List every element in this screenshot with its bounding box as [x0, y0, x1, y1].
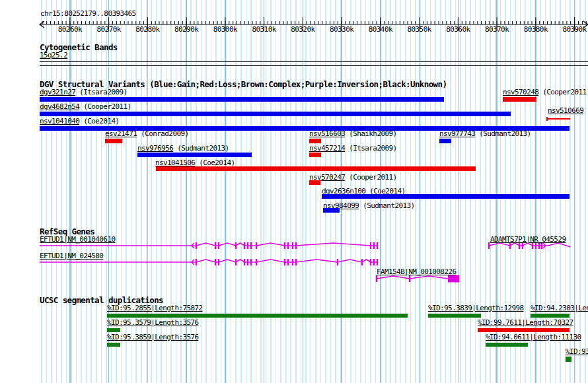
ruler-tick-label: 80330k — [330, 26, 353, 34]
ruler-tick-label: 80350k — [408, 26, 431, 34]
segdup-label[interactable]: %ID:95.3839|Length:12998 — [428, 304, 524, 312]
variant-source: (Cooper2011) — [538, 88, 588, 96]
ruler-tick-label: 80290k — [174, 26, 198, 34]
ruler-tick-label: 80390k — [563, 26, 587, 34]
variant-source: (Itsara2009) — [75, 88, 127, 96]
position-title: chr15:80252179..80393465 — [40, 10, 136, 18]
genome-browser-view: chr15:80252179..80393465 80260k80270k802… — [0, 0, 588, 383]
segdup-label[interactable]: %ID:95.3579|Length:3576 — [107, 319, 199, 327]
variant-label[interactable]: dgv321n27 (Itsara2009) — [40, 88, 128, 96]
ruler-tick-label: 80320k — [291, 26, 314, 34]
segdup-label[interactable]: %ID:95.2855|Length:75872 — [107, 304, 203, 312]
variant-bar[interactable] — [137, 153, 252, 157]
variant-source: (Sudmant2013) — [173, 144, 229, 153]
segdup-label[interactable]: %ID:94.0611|Length:11130 — [486, 333, 581, 341]
variant-id-link[interactable]: nsv516603 — [309, 129, 345, 138]
variant-bar[interactable] — [503, 97, 536, 102]
variant-source: (Itsara2009) — [345, 144, 396, 153]
ruler-tick-label: 80280k — [135, 26, 159, 34]
gene-label[interactable]: ADAMTS7P1|NR_045529 — [490, 236, 566, 244]
variant-id-link[interactable]: nsv510669 — [548, 106, 583, 115]
variant-id-link[interactable]: dgv321n27 — [40, 88, 75, 96]
variant-label[interactable]: nsv457214 (Itsara2009) — [309, 145, 397, 153]
variant-source: ( — [583, 106, 588, 115]
ruler-tick-label: 80260k — [58, 26, 82, 34]
variant-bar[interactable] — [323, 208, 340, 213]
ruler-tick-label: 80360k — [446, 26, 470, 34]
variant-label[interactable]: dgv4682n54 (Cooper2011) — [40, 103, 131, 111]
variant-id-link[interactable]: nsv457214 — [309, 144, 345, 153]
segdup-label[interactable]: %ID:94.2303|Length: — [531, 304, 588, 312]
segdup-bar[interactable] — [486, 343, 528, 347]
segdup-bar[interactable] — [107, 343, 120, 347]
segdup-label[interactable]: %ID:95.3859|Length:3576 — [107, 333, 199, 341]
variant-bar[interactable] — [40, 97, 444, 102]
variant-label[interactable]: nsv976956 (Sudmant2013) — [137, 145, 229, 153]
gene-glyph-line[interactable] — [377, 276, 448, 279]
segdup-bar[interactable] — [566, 357, 571, 362]
variant-bar[interactable] — [309, 180, 320, 185]
variant-source: (Coe2014) — [79, 117, 119, 125]
variant-source: (Cooper2011) — [345, 173, 396, 182]
variant-id-link[interactable]: nsv570248 — [503, 88, 538, 96]
gene-label[interactable]: FAM154B|NM_001008226 — [377, 268, 456, 276]
ruler-tick-label: 80310k — [252, 26, 276, 34]
variant-label[interactable]: nsv1041040 (Coe2014) — [40, 118, 119, 125]
variant-id-link[interactable]: esv21471 — [105, 129, 137, 138]
variant-bar[interactable] — [309, 139, 321, 143]
segdup-label[interactable]: %ID:99.7611|Length:70327 — [478, 319, 573, 327]
gene-end-box[interactable] — [448, 275, 459, 283]
segdup-bar[interactable] — [107, 314, 408, 318]
ruler-tick-label: 80380k — [524, 26, 548, 34]
ruler-tick-label: 80300k — [213, 26, 237, 34]
variant-source: (Cooper2011) — [79, 102, 131, 111]
segdup-bar[interactable] — [107, 328, 120, 332]
variant-line-end-tick — [546, 117, 548, 122]
variant-label[interactable]: esv21471 (Conrad2009) — [105, 130, 188, 138]
variant-source: (Sudmant2013) — [475, 129, 531, 138]
variant-label[interactable]: nsv510669 ( — [548, 107, 588, 115]
ruler-tick-label: 80340k — [369, 26, 392, 34]
gene-label[interactable]: EFTUD1|NM_024580 — [40, 252, 103, 260]
variant-source: (Conrad2009) — [137, 129, 188, 138]
segdup-bar[interactable] — [428, 314, 481, 318]
variant-bar[interactable] — [40, 112, 511, 116]
variant-bar[interactable] — [105, 139, 122, 143]
variant-line[interactable] — [546, 118, 570, 120]
variant-label[interactable]: nsv977743 (Sudmant2013) — [439, 130, 531, 138]
variant-source: (Shaikh2009) — [345, 129, 396, 138]
variant-id-link[interactable]: dgv4682n54 — [40, 102, 79, 111]
variant-id-link[interactable]: nsv976956 — [137, 144, 173, 153]
ruler-tick-label: 80270k — [97, 26, 121, 34]
cytoband-label[interactable]: 15q25.2 — [40, 52, 67, 59]
variant-bar[interactable] — [439, 139, 451, 143]
variant-id-link[interactable]: nsv977743 — [439, 129, 475, 138]
gene-label[interactable]: EFTUD1|NM_001040610 — [40, 236, 115, 244]
variant-bar[interactable] — [322, 194, 570, 199]
variant-id-link[interactable]: nsv1041040 — [40, 117, 79, 125]
segdup-bar[interactable] — [531, 314, 570, 318]
variant-source: (Sudmant2013) — [359, 201, 414, 210]
variant-label[interactable]: nsv570247 (Cooper2011) — [309, 174, 397, 182]
variant-label[interactable]: nsv570248 (Cooper2011) — [503, 88, 588, 96]
cytoband-bar[interactable] — [40, 61, 588, 66]
variant-bar[interactable] — [156, 166, 476, 171]
variant-label[interactable]: nsv516603 (Shaikh2009) — [309, 130, 397, 138]
ruler-tick-label: 80370k — [485, 26, 509, 34]
segdup-label[interactable]: %ID:93 — [566, 348, 588, 356]
segdup-bar[interactable] — [478, 328, 570, 332]
variant-bar[interactable] — [309, 153, 321, 157]
